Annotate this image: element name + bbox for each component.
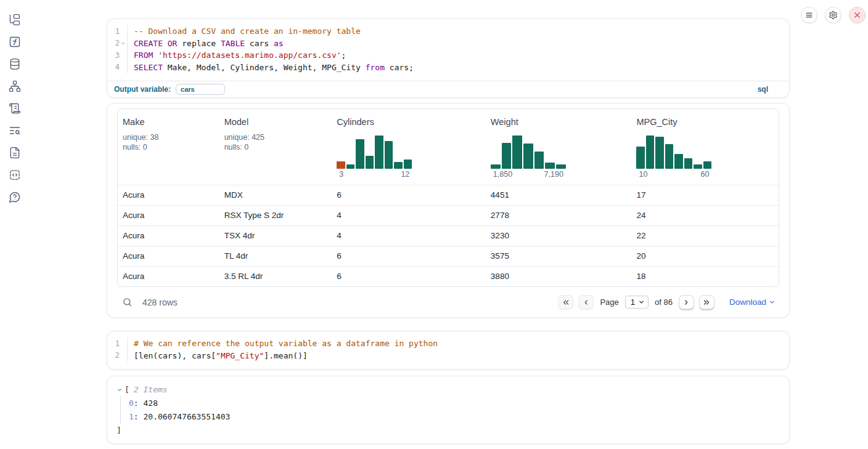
output-variable-label: Output variable: <box>114 85 171 94</box>
column-header[interactable]: Modelunique: 425nulls: 0 <box>219 109 332 185</box>
table-of-contents-search-icon[interactable] <box>9 124 21 137</box>
pagination: Page 1 of 86 Download <box>558 295 776 309</box>
file-explorer-icon[interactable] <box>9 14 21 26</box>
sql-code-editor[interactable]: 1-- Download a CSV and create an in-memo… <box>107 19 789 81</box>
data-sources-icon[interactable] <box>9 58 21 70</box>
column-header[interactable]: Makeunique: 38nulls: 0 <box>118 109 219 185</box>
chevron-down-icon <box>769 299 776 305</box>
dependency-graph-icon[interactable] <box>9 80 21 92</box>
table-row[interactable]: AcuraRSX Type S 2dr4277824 <box>118 205 779 225</box>
sql-cell: 1-- Download a CSV and create an in-memo… <box>107 18 790 98</box>
notebook: 1-- Download a CSV and create an in-memo… <box>107 18 790 444</box>
python-output-area: [ 2 Items 0: 4281: 20.060747663551403 ] <box>107 376 790 444</box>
table-footer: 428 rows Page 1 of 86 <box>117 287 779 309</box>
close-icon <box>853 10 862 20</box>
download-button[interactable]: Download <box>729 297 776 307</box>
table-row[interactable]: Acura3.5 RL 4dr6388018 <box>118 266 779 286</box>
page-label: Page <box>600 297 618 307</box>
menu-button[interactable] <box>801 7 817 23</box>
column-header[interactable]: MPG_City1060 <box>631 109 779 185</box>
chevrons-left-icon <box>562 299 570 306</box>
page-select[interactable]: 1 <box>625 296 649 309</box>
fold-icon <box>120 41 126 46</box>
previous-page-button[interactable] <box>578 295 594 309</box>
column-histogram <box>636 134 711 169</box>
close-bracket: ] <box>117 424 779 437</box>
help-icon[interactable] <box>9 191 21 203</box>
column-header[interactable]: Cylinders312 <box>332 109 486 185</box>
next-page-button[interactable] <box>679 295 694 309</box>
python-cell: 1# We can reference the output variable … <box>107 331 790 370</box>
data-table: Makeunique: 38nulls: 0Modelunique: 425nu… <box>117 108 779 287</box>
gear-icon <box>829 10 838 20</box>
helper-sidebar <box>0 0 30 449</box>
tree-entry: 0: 428 <box>129 397 779 410</box>
row-count: 428 rows <box>142 297 178 307</box>
sql-output-area: Makeunique: 38nulls: 0Modelunique: 425nu… <box>107 103 790 318</box>
last-page-button[interactable] <box>699 295 714 309</box>
logs-icon[interactable] <box>9 102 21 115</box>
tree-root[interactable]: [ 2 Items <box>117 383 779 397</box>
chevron-right-icon <box>682 299 690 306</box>
chevron-down-icon <box>117 387 123 393</box>
first-page-button[interactable] <box>558 295 573 309</box>
python-code-editor[interactable]: 1# We can reference the output variable … <box>107 331 789 369</box>
language-badge: sql <box>758 85 768 94</box>
snippets-icon[interactable] <box>9 169 21 181</box>
table-row[interactable]: AcuraMDX6445117 <box>118 185 779 205</box>
column-header[interactable]: Weight1,8507,190 <box>486 109 632 185</box>
sql-cell-footer: Output variable: sql <box>107 81 789 97</box>
documentation-icon[interactable] <box>9 147 21 159</box>
open-bracket: [ <box>125 383 129 397</box>
settings-button[interactable] <box>825 7 841 23</box>
chevrons-right-icon <box>703 299 710 306</box>
page-select-value: 1 <box>631 297 635 307</box>
chevron-down-icon <box>638 299 645 305</box>
table-header-row: Makeunique: 38nulls: 0Modelunique: 425nu… <box>118 109 779 185</box>
shutdown-button[interactable] <box>849 7 866 23</box>
column-histogram <box>337 134 412 169</box>
window-actions <box>801 7 866 23</box>
output-variable-input[interactable] <box>176 84 225 95</box>
chevron-left-icon <box>583 299 590 306</box>
table-row[interactable]: AcuraTL 4dr6357520 <box>118 246 779 266</box>
page-total-label: of 86 <box>655 297 673 307</box>
download-label: Download <box>729 297 766 307</box>
variables-icon[interactable] <box>9 36 21 48</box>
tree-entry: 1: 20.060747663551403 <box>129 410 779 424</box>
table-body: AcuraMDX6445117AcuraRSX Type S 2dr427782… <box>118 185 779 286</box>
tree-children: 0: 4281: 20.060747663551403 <box>120 397 779 424</box>
table-row[interactable]: AcuraTSX 4dr4323022 <box>118 225 779 246</box>
hamburger-icon <box>805 10 814 20</box>
column-histogram <box>491 134 566 169</box>
search-icon[interactable] <box>122 297 133 307</box>
items-count-label: 2 Items <box>134 383 168 397</box>
